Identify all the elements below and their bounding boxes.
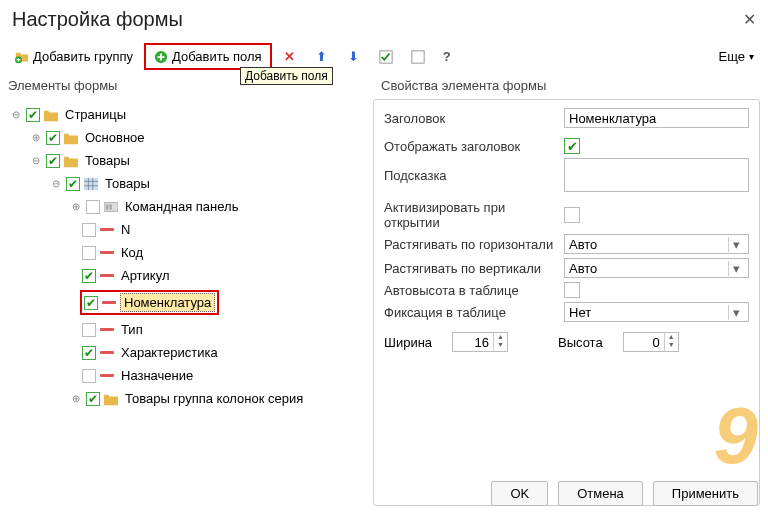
- autoheight-checkbox[interactable]: ✔: [564, 282, 580, 298]
- stretch-h-select[interactable]: Авто ▾: [564, 234, 749, 254]
- tree-node-nomenclature[interactable]: ✔ Номенклатура: [4, 287, 367, 318]
- tooltip: Добавить поля: [240, 67, 333, 85]
- stretch-v-select[interactable]: Авто ▾: [564, 258, 749, 278]
- tree-node-article[interactable]: ✔ Артикул: [4, 264, 367, 287]
- uncheck-all-button[interactable]: [404, 45, 432, 69]
- checkbox[interactable]: ✔: [82, 369, 96, 383]
- folder-icon: [44, 108, 58, 122]
- move-up-button[interactable]: ⬆: [308, 45, 336, 69]
- width-input[interactable]: [453, 333, 493, 351]
- fixation-select[interactable]: Нет ▾: [564, 302, 749, 322]
- close-icon[interactable]: ✕: [743, 10, 756, 29]
- minus-icon: [100, 228, 114, 231]
- tree-node-goods-table[interactable]: ⊖ ✔ Товары: [4, 172, 367, 195]
- tree-node-cmd-panel[interactable]: ⊕ ✔ Командная панель: [4, 195, 367, 218]
- dialog-footer: OK Отмена Применить: [491, 481, 758, 506]
- properties-panel: Заголовок Отображать заголовок ✔ Подсказ…: [373, 99, 760, 506]
- collapse-icon[interactable]: ⊖: [50, 178, 62, 190]
- check-square-icon: [379, 50, 393, 64]
- toolbar: Добавить группу Добавить поля Добавить п…: [0, 39, 768, 76]
- form-elements-tree[interactable]: ⊖ ✔ Страницы ⊕ ✔ Основное ⊖ ✔ Товары ⊖ ✔: [0, 99, 367, 506]
- checkbox[interactable]: ✔: [86, 200, 100, 214]
- checkbox[interactable]: ✔: [84, 296, 98, 310]
- square-icon: [411, 50, 425, 64]
- chevron-down-icon: ▾: [749, 51, 754, 62]
- delete-button[interactable]: ✕: [276, 45, 304, 69]
- activate-checkbox[interactable]: ✔: [564, 207, 580, 223]
- checkbox[interactable]: ✔: [82, 346, 96, 360]
- collapse-icon[interactable]: ⊖: [30, 155, 42, 167]
- chevron-down-icon: ▾: [728, 305, 744, 320]
- spin-up-icon[interactable]: ▲: [665, 333, 678, 341]
- show-header-checkbox[interactable]: ✔: [564, 138, 580, 154]
- table-icon: [84, 177, 98, 191]
- folder-icon: [104, 392, 118, 406]
- tree-node-type[interactable]: ✔ Тип: [4, 318, 367, 341]
- right-panel-title: Свойства элемента формы: [373, 76, 768, 99]
- folder-plus-icon: [15, 50, 29, 64]
- minus-icon: [100, 251, 114, 254]
- arrow-down-icon: ⬇: [347, 50, 361, 64]
- height-spinner[interactable]: ▲▼: [623, 332, 679, 352]
- checkbox[interactable]: ✔: [46, 131, 60, 145]
- chevron-down-icon: ▾: [728, 261, 744, 276]
- minus-icon: [100, 274, 114, 277]
- label-height: Высота: [558, 335, 603, 350]
- tree-node-n[interactable]: ✔ N: [4, 218, 367, 241]
- hint-input[interactable]: [564, 158, 749, 192]
- tree-node-goods[interactable]: ⊖ ✔ Товары: [4, 149, 367, 172]
- add-fields-button[interactable]: Добавить поля: [144, 43, 272, 70]
- minus-icon: [100, 374, 114, 377]
- folder-icon: [64, 131, 78, 145]
- cancel-button[interactable]: Отмена: [558, 481, 643, 506]
- spin-up-icon[interactable]: ▲: [494, 333, 507, 341]
- minus-icon: [100, 328, 114, 331]
- delete-x-icon: ✕: [283, 50, 297, 64]
- width-spinner[interactable]: ▲▼: [452, 332, 508, 352]
- label-stretch-h: Растягивать по горизонтали: [384, 237, 564, 252]
- label-autoheight: Автовысота в таблице: [384, 283, 564, 298]
- spin-down-icon[interactable]: ▼: [665, 341, 678, 349]
- checkbox[interactable]: ✔: [26, 108, 40, 122]
- move-down-button[interactable]: ⬇: [340, 45, 368, 69]
- apply-button[interactable]: Применить: [653, 481, 758, 506]
- tree-node-purpose[interactable]: ✔ Назначение: [4, 364, 367, 387]
- arrow-up-icon: ⬆: [315, 50, 329, 64]
- tree-node-code[interactable]: ✔ Код: [4, 241, 367, 264]
- spin-down-icon[interactable]: ▼: [494, 341, 507, 349]
- ok-button[interactable]: OK: [491, 481, 548, 506]
- add-group-button[interactable]: Добавить группу: [8, 44, 140, 69]
- minus-icon: [100, 351, 114, 354]
- more-button[interactable]: Еще ▾: [713, 46, 760, 67]
- minus-icon: [102, 301, 116, 304]
- tree-node-pages[interactable]: ⊖ ✔ Страницы: [4, 103, 367, 126]
- chevron-down-icon: ▾: [728, 237, 744, 252]
- label-fixation: Фиксация в таблице: [384, 305, 564, 320]
- expand-icon[interactable]: ⊕: [30, 132, 42, 144]
- checkbox[interactable]: ✔: [82, 246, 96, 260]
- window-title: Настройка формы: [12, 8, 183, 31]
- checkbox[interactable]: ✔: [82, 269, 96, 283]
- checkbox[interactable]: ✔: [82, 323, 96, 337]
- check-all-button[interactable]: [372, 45, 400, 69]
- help-button[interactable]: ?: [436, 44, 458, 69]
- expand-icon[interactable]: ⊕: [70, 393, 82, 405]
- height-input[interactable]: [624, 333, 664, 351]
- checkbox[interactable]: ✔: [66, 177, 80, 191]
- collapse-icon[interactable]: ⊖: [10, 109, 22, 121]
- label-header: Заголовок: [384, 111, 564, 126]
- label-show-header: Отображать заголовок: [384, 139, 564, 154]
- checkbox[interactable]: ✔: [86, 392, 100, 406]
- plus-circle-icon: [154, 50, 168, 64]
- checkbox[interactable]: ✔: [46, 154, 60, 168]
- label-width: Ширина: [384, 335, 432, 350]
- tree-node-characteristic[interactable]: ✔ Характеристика: [4, 341, 367, 364]
- svg-rect-4: [84, 177, 98, 189]
- toolbar-icon: [104, 200, 118, 214]
- header-input[interactable]: [564, 108, 749, 128]
- tree-node-main[interactable]: ⊕ ✔ Основное: [4, 126, 367, 149]
- tree-node-series-group[interactable]: ⊕ ✔ Товары группа колонок серия: [4, 387, 367, 410]
- expand-icon[interactable]: ⊕: [70, 201, 82, 213]
- folder-icon: [64, 154, 78, 168]
- checkbox[interactable]: ✔: [82, 223, 96, 237]
